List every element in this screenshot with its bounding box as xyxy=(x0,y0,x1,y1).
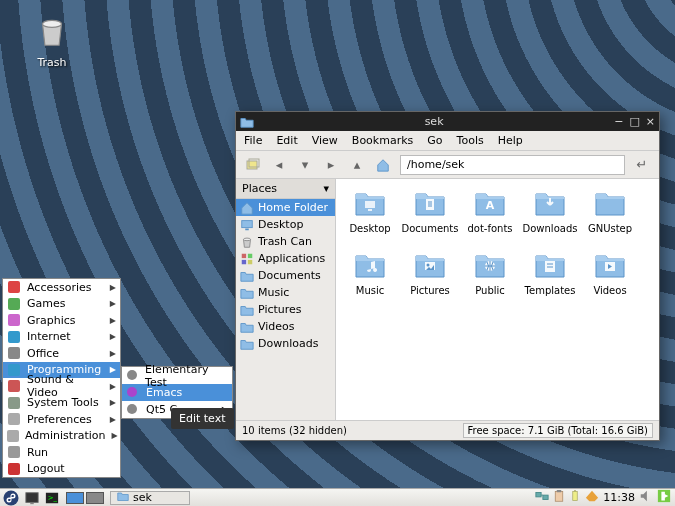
sidebar-item-downloads[interactable]: Downloads xyxy=(236,335,335,352)
menu-file[interactable]: File xyxy=(244,134,262,147)
folder-icon xyxy=(240,269,254,283)
file-public[interactable]: Public xyxy=(460,247,520,309)
sidebar-item-pictures[interactable]: Pictures xyxy=(236,301,335,318)
appmenu-item-sound-video[interactable]: Sound & Video▶ xyxy=(3,378,120,395)
sidebar-item-music[interactable]: Music xyxy=(236,284,335,301)
file-label: Desktop xyxy=(349,223,390,234)
show-desktop-button[interactable] xyxy=(22,489,42,506)
folder-icon xyxy=(413,185,447,221)
svg-point-33 xyxy=(127,404,137,414)
category-icon xyxy=(7,330,21,344)
file-pictures[interactable]: Pictures xyxy=(400,247,460,309)
svg-rect-40 xyxy=(543,495,548,499)
chevron-right-icon: ▶ xyxy=(110,332,116,341)
svg-rect-19 xyxy=(8,281,20,293)
clipboard-icon[interactable] xyxy=(553,489,565,506)
menu-tools[interactable]: Tools xyxy=(457,134,484,147)
appmenu-item-label: Graphics xyxy=(27,314,104,327)
back-button[interactable]: ◂ xyxy=(270,156,288,174)
up-button[interactable]: ▴ xyxy=(348,156,366,174)
menu-view[interactable]: View xyxy=(312,134,338,147)
svg-rect-44 xyxy=(575,490,577,492)
go-button[interactable]: ↵ xyxy=(633,156,651,174)
appmenu-item-administration[interactable]: Administration▶ xyxy=(3,428,120,445)
svg-rect-11 xyxy=(368,209,372,211)
menu-edit[interactable]: Edit xyxy=(276,134,297,147)
svg-rect-4 xyxy=(245,228,249,230)
menu-bookmarks[interactable]: Bookmarks xyxy=(352,134,413,147)
svg-point-0 xyxy=(43,20,62,27)
sidebar-item-desktop[interactable]: Desktop xyxy=(236,216,335,233)
menu-help[interactable]: Help xyxy=(498,134,523,147)
chevron-right-icon: ▶ xyxy=(110,316,116,325)
close-button[interactable]: × xyxy=(646,115,655,128)
file-label: Downloads xyxy=(523,223,578,234)
clock[interactable]: 11:38 xyxy=(603,491,635,504)
file-desktop[interactable]: Desktop xyxy=(340,185,400,247)
sidebar-header-places[interactable]: Places ▾ xyxy=(236,179,335,199)
application-menu: Accessories▶Games▶Graphics▶Internet▶Offi… xyxy=(2,278,121,478)
forward-button[interactable]: ▸ xyxy=(322,156,340,174)
svg-rect-3 xyxy=(242,220,253,227)
new-tab-button[interactable] xyxy=(244,156,262,174)
sidebar-item-label: Trash Can xyxy=(258,235,312,248)
appmenu-item-logout[interactable]: Logout xyxy=(3,461,120,478)
sidebar-item-applications[interactable]: Applications xyxy=(236,250,335,267)
svg-rect-10 xyxy=(365,201,375,208)
start-menu-button[interactable] xyxy=(0,489,22,506)
file-templates[interactable]: Templates xyxy=(520,247,580,309)
file-music[interactable]: Music xyxy=(340,247,400,309)
apps-icon xyxy=(240,252,254,266)
appmenu-item-preferences[interactable]: Preferences▶ xyxy=(3,411,120,428)
category-icon xyxy=(7,396,21,410)
window-titlebar[interactable]: sek − □ × xyxy=(236,112,659,131)
network-icon[interactable] xyxy=(535,489,549,506)
appmenu-item-system-tools[interactable]: System Tools▶ xyxy=(3,395,120,412)
icon-view[interactable]: DesktopDocumentsAdot-fontsDownloadsGNUst… xyxy=(336,179,659,420)
sidebar-item-trash-can[interactable]: Trash Can xyxy=(236,233,335,250)
menu-go[interactable]: Go xyxy=(427,134,442,147)
appmenu-item-accessories[interactable]: Accessories▶ xyxy=(3,279,120,296)
path-input[interactable] xyxy=(400,155,625,175)
file-dot-fonts[interactable]: Adot-fonts xyxy=(460,185,520,247)
folder-icon xyxy=(593,185,627,221)
minimize-button[interactable]: − xyxy=(614,115,623,128)
appmenu-item-label: Internet xyxy=(27,330,104,343)
app-icon xyxy=(126,403,140,417)
file-videos[interactable]: Videos xyxy=(580,247,640,309)
trash-desktop-icon[interactable]: Trash xyxy=(28,12,76,69)
sidebar-item-home-folder[interactable]: Home Folder xyxy=(236,199,335,216)
appmenu-item-run[interactable]: Run xyxy=(3,444,120,461)
file-gnustep[interactable]: GNUstep xyxy=(580,185,640,247)
maximize-button[interactable]: □ xyxy=(629,115,639,128)
terminal-launcher[interactable]: >_ xyxy=(42,489,62,506)
svg-point-31 xyxy=(127,370,137,380)
battery-icon[interactable] xyxy=(569,489,581,506)
sidebar-item-documents[interactable]: Documents xyxy=(236,267,335,284)
file-downloads[interactable]: Downloads xyxy=(520,185,580,247)
sidebar-item-videos[interactable]: Videos xyxy=(236,318,335,335)
appmenu-item-label: Administration xyxy=(25,429,106,442)
appmenu-item-internet[interactable]: Internet▶ xyxy=(3,329,120,346)
folder-icon: A xyxy=(473,185,507,221)
svg-rect-36 xyxy=(30,503,34,504)
sidebar-item-label: Home Folder xyxy=(258,201,328,214)
svg-text:>_: >_ xyxy=(48,493,58,501)
file-documents[interactable]: Documents xyxy=(400,185,460,247)
updates-icon[interactable] xyxy=(585,489,599,506)
svg-rect-25 xyxy=(8,380,20,392)
volume-icon[interactable] xyxy=(639,489,653,506)
appmenu-item-label: Run xyxy=(27,446,116,459)
submenu-item-elementary-test[interactable]: Elementary Test xyxy=(122,367,232,384)
appmenu-item-graphics[interactable]: Graphics▶ xyxy=(3,312,120,329)
task-button-sek[interactable]: sek xyxy=(110,491,190,505)
workspace-1[interactable] xyxy=(66,492,84,504)
home-button[interactable] xyxy=(374,156,392,174)
submenu-item-label: Emacs xyxy=(146,386,182,399)
appmenu-item-office[interactable]: Office▶ xyxy=(3,345,120,362)
logout-icon[interactable] xyxy=(657,489,671,506)
workspace-2[interactable] xyxy=(86,492,104,504)
history-button[interactable]: ▾ xyxy=(296,156,314,174)
appmenu-item-games[interactable]: Games▶ xyxy=(3,296,120,313)
svg-rect-26 xyxy=(8,397,20,409)
